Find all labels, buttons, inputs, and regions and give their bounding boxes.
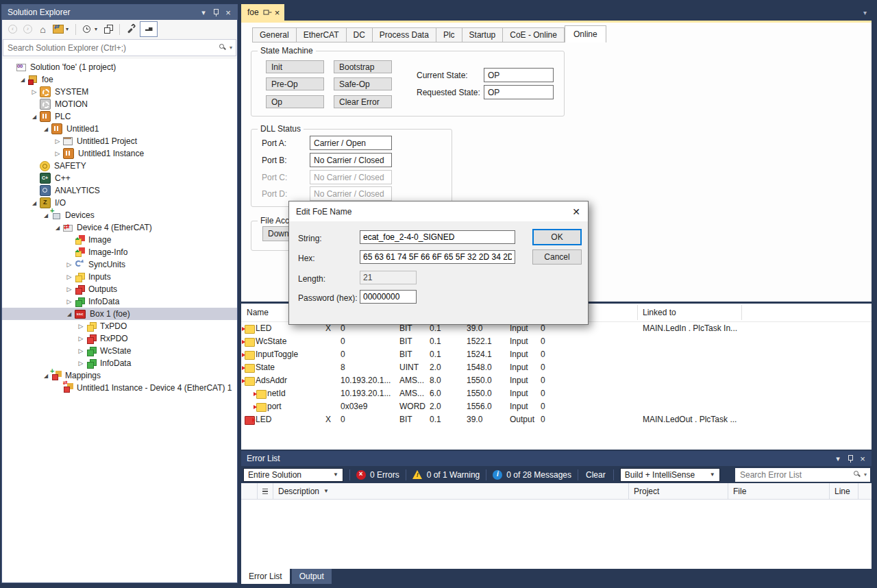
filter-dropdown-icon[interactable]: ▾ [95,26,101,32]
back-button[interactable]: ‹ [5,22,20,36]
error-list-search-input[interactable] [739,469,853,480]
search-icon[interactable] [853,470,862,479]
pending-changes-filter-button[interactable] [79,22,94,36]
password-input[interactable] [360,290,417,304]
expander-icon[interactable] [53,151,62,157]
ok-button[interactable]: OK [532,229,582,245]
expander-icon[interactable] [53,138,62,145]
tab-startup[interactable]: Startup [462,27,504,42]
close-icon[interactable]: × [856,453,869,464]
expander-icon[interactable] [64,274,74,280]
search-options-chevron-icon[interactable]: ▾ [864,471,867,478]
pin-icon[interactable] [210,7,222,18]
close-icon[interactable]: × [222,7,234,18]
tab-general[interactable]: General [252,27,297,42]
expander-icon[interactable] [41,373,51,379]
tree-item-untitled1-project[interactable]: Untitled1 Project [2,135,237,147]
tree-item-plc[interactable]: PLC [2,110,237,123]
collapse-all-button[interactable] [101,22,116,36]
document-tab-foe[interactable]: foe × [241,4,284,21]
dialog-close-icon[interactable]: ✕ [565,201,588,221]
preview-selected-items-toggle[interactable] [140,21,158,37]
clear-button[interactable]: Clear [584,470,607,480]
bootstrap-button[interactable]: Bootstrap [334,60,392,73]
tab-online[interactable]: Online [565,25,606,42]
scope-filter-dropdown[interactable]: Entire Solution ▼ [243,468,343,482]
source-filter-dropdown[interactable]: Build + IntelliSense ▼ [620,468,720,482]
cancel-button[interactable]: Cancel [532,249,582,265]
tree-item-infodata2[interactable]: InfoData [2,357,237,369]
column-header-file[interactable]: File [728,483,830,499]
tree-item-image-info[interactable]: Image-Info [2,246,237,258]
expander-icon[interactable] [29,200,39,206]
expander-icon[interactable] [64,286,74,293]
table-row[interactable]: LED X 0 BIT 0.1 39.0 Output 0 MAIN.LedOu… [241,413,872,426]
table-row[interactable]: InputToggle 0 BIT 0.1 1524.1 Input 0 [241,348,872,361]
string-input[interactable] [360,230,515,244]
search-icon[interactable] [219,43,227,52]
expander-icon[interactable] [29,89,39,95]
expander-icon[interactable] [76,360,86,367]
expander-icon[interactable] [64,299,74,305]
tree-item-infodata[interactable]: InfoData [2,295,237,308]
column-separator[interactable] [741,305,742,320]
tab-dc[interactable]: DC [347,27,373,42]
tree-item-outputs[interactable]: Outputs [2,283,237,295]
tree-item-box1-foe[interactable]: Box 1 (foe) [2,308,237,320]
tree-item-motion[interactable]: MOTION [2,98,237,110]
tree-item-foe[interactable]: foe [2,73,237,86]
tree-item-system[interactable]: SYSTEM [2,86,237,98]
tree-item-mappings[interactable]: Mappings [2,369,237,382]
column-header-severity-sort[interactable] [258,483,273,499]
column-header-line[interactable]: Line [830,483,859,499]
tab-process-data[interactable]: Process Data [373,27,436,42]
tree-item-mapping-instance[interactable]: Untitled1 Instance - Device 4 (EtherCAT)… [2,382,237,394]
messages-toggle[interactable]: 0 of 28 Messages [493,470,571,480]
tree-item-cpp[interactable]: C++ [2,172,237,184]
preop-button[interactable]: Pre-Op [266,77,324,90]
expander-icon[interactable] [76,323,86,330]
expander-icon[interactable] [18,77,27,83]
tree-item-wcstate[interactable]: WcState [2,345,237,357]
dialog-titlebar[interactable]: Edit FoE Name [289,201,588,221]
tree-item-txpdo[interactable]: TxPDO [2,320,237,332]
init-button[interactable]: Init [266,60,324,73]
tree-item-image[interactable]: Image [2,234,237,246]
safeop-button[interactable]: Safe-Op [334,77,392,90]
tree-item-inputs[interactable]: Inputs [2,271,237,283]
warnings-toggle[interactable]: 0 of 1 Warning [412,470,480,480]
tree-item-untitled1-instance[interactable]: Untitled1 Instance [2,147,237,160]
expander-icon[interactable] [41,126,51,132]
search-options-chevron-icon[interactable]: ▾ [230,45,232,51]
op-button[interactable]: Op [266,95,324,108]
column-header-project[interactable]: Project [629,483,728,499]
document-list-chevron-icon[interactable]: ▾ [863,9,867,16]
document-pin-icon[interactable] [262,9,271,16]
column-header-linked-to[interactable]: Linked to [643,308,676,317]
document-close-icon[interactable]: × [275,8,280,17]
tree-item-safety[interactable]: SAFETY [2,160,237,172]
tab-plc[interactable]: Plc [436,27,462,42]
errors-toggle[interactable]: 0 Errors [356,470,399,480]
expander-icon[interactable] [64,262,74,268]
window-position-chevron-icon[interactable]: ▾ [197,7,210,18]
window-position-chevron-icon[interactable]: ▾ [832,453,844,464]
tree-item-io[interactable]: I/O [2,197,237,209]
tree-item-untitled1[interactable]: Untitled1 [2,123,237,135]
error-list-body[interactable] [241,500,872,569]
tree-item-solution[interactable]: Solution 'foe' (1 project) [2,61,237,73]
tab-coe-online[interactable]: CoE - Online [503,27,565,42]
tree-item-rxpdo[interactable]: RxPDO [2,332,237,345]
expander-icon[interactable] [76,336,86,342]
hex-input[interactable] [360,250,515,264]
sync-with-active-document-button[interactable] [51,22,65,36]
tab-output[interactable]: Output [292,569,332,584]
table-row[interactable]: netId 10.193.20.1... AMS... 6.0 1550.0 I… [241,387,872,400]
pin-icon[interactable] [844,453,856,464]
tree-item-device4-ethercat[interactable]: Device 4 (EtherCAT) [2,221,237,234]
tree-item-syncunits[interactable]: SyncUnits [2,258,237,271]
table-row[interactable]: WcState 0 BIT 0.1 1522.1 Input 0 [241,335,872,348]
column-header-description[interactable]: Description ▼ [273,483,629,499]
properties-button[interactable] [123,22,138,36]
tab-error-list[interactable]: Error List [241,569,290,584]
